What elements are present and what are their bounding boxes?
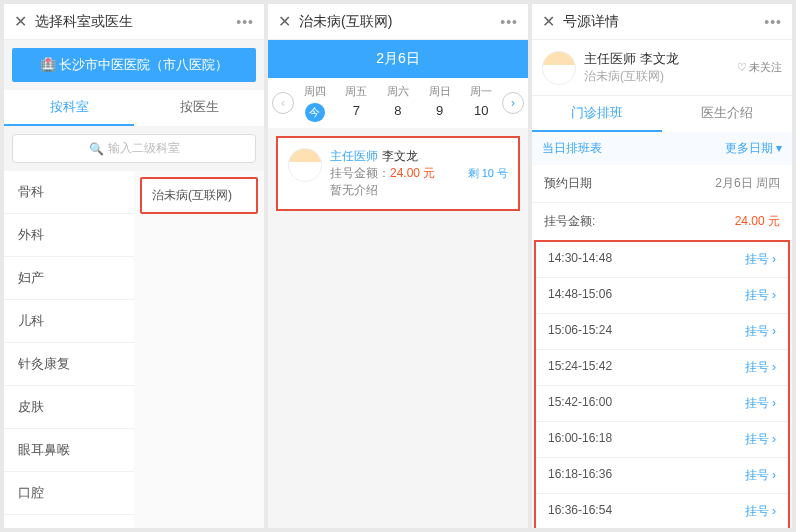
schedule-header: 当日排班表 更多日期 ▾: [532, 132, 792, 165]
dept-item[interactable]: 眼耳鼻喉: [4, 429, 134, 472]
titlebar: ✕ 选择科室或医生 •••: [4, 4, 264, 40]
register-button[interactable]: 挂号 ›: [745, 323, 776, 340]
register-button[interactable]: 挂号 ›: [745, 287, 776, 304]
title: 号源详情: [563, 13, 619, 31]
day-item[interactable]: 周六8: [377, 84, 419, 122]
follow-button[interactable]: ♡未关注: [737, 60, 782, 75]
register-button[interactable]: 挂号 ›: [745, 395, 776, 412]
date-header: 2月6日: [268, 40, 528, 78]
day-item[interactable]: 周五7: [336, 84, 378, 122]
subdept-item[interactable]: 治未病(互联网): [140, 177, 258, 214]
tab-schedule[interactable]: 门诊排班: [532, 96, 662, 132]
fee-row: 挂号金额:24.00 元: [532, 203, 792, 241]
remaining-count: 剩 10 号: [468, 166, 508, 181]
time-slot[interactable]: 16:00-16:18挂号 ›: [536, 422, 788, 458]
dept-item[interactable]: 口腔: [4, 472, 134, 515]
dept-item[interactable]: 治未病: [4, 515, 134, 528]
pane-slot-detail: ✕ 号源详情 ••• 主任医师 李文龙 治未病(互联网) ♡未关注 门诊排班 医…: [532, 4, 792, 528]
next-arrow-icon[interactable]: ›: [502, 92, 524, 114]
search-input[interactable]: 🔍 输入二级科室: [12, 134, 256, 163]
dept-item[interactable]: 骨科: [4, 171, 134, 214]
time-slot[interactable]: 16:36-16:54挂号 ›: [536, 494, 788, 528]
titlebar: ✕ 治未病(互联网) •••: [268, 4, 528, 40]
day-item[interactable]: 周一10: [460, 84, 502, 122]
appointment-date-row: 预约日期2月6日 周四: [532, 165, 792, 203]
avatar-icon: [542, 51, 576, 85]
title: 治未病(互联网): [299, 13, 392, 31]
register-button[interactable]: 挂号 ›: [745, 431, 776, 448]
time-slot[interactable]: 14:48-15:06挂号 ›: [536, 278, 788, 314]
dept-list: 骨科外科妇产儿科针灸康复皮肤眼耳鼻喉口腔治未病发热门诊急诊互联网门诊: [4, 171, 134, 528]
title: 选择科室或医生: [35, 13, 133, 31]
time-slot[interactable]: 16:18-16:36挂号 ›: [536, 458, 788, 494]
more-icon[interactable]: •••: [764, 14, 782, 30]
hospital-selector[interactable]: 🏥 长沙市中医医院（市八医院）: [12, 48, 256, 82]
heart-icon: ♡: [737, 61, 747, 74]
tab-by-doctor[interactable]: 按医生: [134, 90, 264, 126]
day-item[interactable]: 周四今: [294, 84, 336, 122]
time-slot[interactable]: 15:24-15:42挂号 ›: [536, 350, 788, 386]
more-icon[interactable]: •••: [236, 14, 254, 30]
prev-arrow-icon[interactable]: ‹: [272, 92, 294, 114]
avatar-icon: [288, 148, 322, 182]
time-slot[interactable]: 14:30-14:48挂号 ›: [536, 242, 788, 278]
time-slot-list: 14:30-14:48挂号 ›14:48-15:06挂号 ›15:06-15:2…: [534, 240, 790, 528]
doctor-header: 主任医师 李文龙 治未病(互联网) ♡未关注: [532, 40, 792, 95]
more-dates-button[interactable]: 更多日期 ▾: [725, 140, 782, 157]
close-icon[interactable]: ✕: [542, 12, 555, 31]
dept-doctor-tabs: 按科室 按医生: [4, 90, 264, 126]
pane-select-dept: ✕ 选择科室或医生 ••• 🏥 长沙市中医医院（市八医院） 按科室 按医生 🔍 …: [4, 4, 264, 528]
register-button[interactable]: 挂号 ›: [745, 251, 776, 268]
close-icon[interactable]: ✕: [14, 12, 27, 31]
tab-intro[interactable]: 医生介绍: [662, 96, 792, 132]
tab-by-dept[interactable]: 按科室: [4, 90, 134, 126]
register-button[interactable]: 挂号 ›: [745, 503, 776, 520]
dept-item[interactable]: 外科: [4, 214, 134, 257]
register-button[interactable]: 挂号 ›: [745, 359, 776, 376]
dept-item[interactable]: 皮肤: [4, 386, 134, 429]
more-icon[interactable]: •••: [500, 14, 518, 30]
hospital-icon: 🏥: [40, 57, 60, 72]
titlebar: ✕ 号源详情 •••: [532, 4, 792, 40]
time-slot[interactable]: 15:06-15:24挂号 ›: [536, 314, 788, 350]
register-button[interactable]: 挂号 ›: [745, 467, 776, 484]
search-icon: 🔍: [89, 142, 104, 156]
doctor-card[interactable]: 主任医师李文龙 挂号金额：24.00 元 暂无介绍 剩 10 号: [276, 136, 520, 211]
close-icon[interactable]: ✕: [278, 12, 291, 31]
day-selector: ‹ 周四今周五7周六8周日9周一10 ›: [268, 78, 528, 128]
day-item[interactable]: 周日9: [419, 84, 461, 122]
dept-item[interactable]: 儿科: [4, 300, 134, 343]
dept-item[interactable]: 针灸康复: [4, 343, 134, 386]
time-slot[interactable]: 15:42-16:00挂号 ›: [536, 386, 788, 422]
dept-item[interactable]: 妇产: [4, 257, 134, 300]
pane-doctor-list: ✕ 治未病(互联网) ••• 2月6日 ‹ 周四今周五7周六8周日9周一10 ›…: [268, 4, 528, 528]
detail-tabs: 门诊排班 医生介绍: [532, 95, 792, 132]
